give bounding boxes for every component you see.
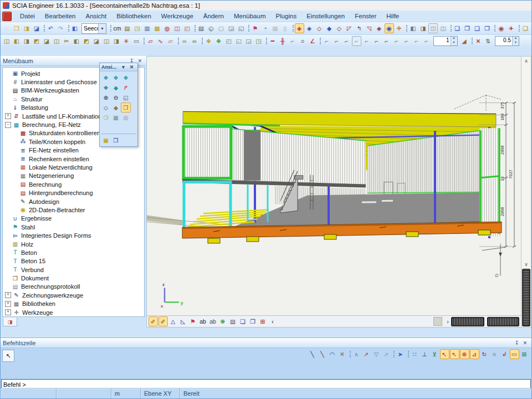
tree-expander-icon[interactable] bbox=[13, 182, 18, 187]
frame-tool-icon[interactable]: ⌐ bbox=[288, 36, 298, 46]
spinner-arrows-icon[interactable]: ▲▼ bbox=[512, 37, 519, 45]
tree-item-netzverdichtung[interactable]: ▦ Lokale Netzverdichtung bbox=[13, 163, 144, 171]
labels-abc-icon[interactable]: ab bbox=[198, 316, 208, 326]
snap-step-spinner[interactable]: 1 ▲▼ bbox=[433, 36, 458, 46]
extend-beam-icon[interactable]: ◪ bbox=[92, 36, 101, 46]
select-add-icon[interactable]: ◈ bbox=[305, 23, 314, 33]
slope-view-icon[interactable]: ◺ bbox=[178, 316, 188, 326]
clipboard-icon[interactable]: ⚑ bbox=[250, 23, 260, 33]
project-combobox[interactable]: Seecontainerhalle2l ▼ bbox=[81, 23, 106, 34]
spinner-arrows-icon[interactable]: ▲▼ bbox=[451, 37, 457, 45]
model-viewport[interactable]: 375 168 2896 7027 10 2896 ∅ bbox=[146, 56, 521, 316]
document-icon[interactable]: ▢ bbox=[217, 23, 226, 33]
menu-plugins[interactable]: Plugins bbox=[270, 13, 301, 19]
ansicht-toolbar-palette[interactable]: Ansi... ▾ ✕ ❖❖❖❖◆↱⊕⊖◱◇◆❒❍▦▦▣❒ bbox=[99, 63, 138, 147]
named-selection-icon[interactable]: ▥ bbox=[142, 23, 152, 33]
move-entity-icon[interactable]: ◰ bbox=[224, 36, 233, 46]
menubaum-tab[interactable]: ◨ bbox=[3, 318, 17, 326]
break-beam-icon[interactable]: ◫ bbox=[102, 36, 111, 46]
menu-menuebaum[interactable]: Menübaum bbox=[229, 13, 271, 19]
mirror-entity-icon[interactable]: ◲ bbox=[244, 36, 253, 46]
menu-aendern[interactable]: Ändern bbox=[198, 13, 229, 19]
hide-entities-icon[interactable]: ◉ bbox=[497, 23, 506, 33]
scale-node-icon[interactable]: ◪ bbox=[42, 36, 52, 46]
tree-item-beton[interactable]: T Beton bbox=[5, 248, 144, 257]
labels-abc-2-icon[interactable]: ab bbox=[208, 316, 218, 326]
units-icon[interactable]: cm bbox=[112, 23, 122, 33]
trim-beams-icon[interactable]: ◩ bbox=[82, 36, 91, 46]
select-minus-icon[interactable]: ◈ bbox=[375, 23, 384, 33]
view-3d-icon[interactable]: ❒ bbox=[111, 135, 121, 145]
copy-entity-icon[interactable]: ❖ bbox=[204, 36, 213, 46]
view-toggle-a-icon[interactable]: ◫ bbox=[428, 23, 438, 33]
flag-icon[interactable]: ⚑ bbox=[188, 316, 198, 326]
clip-box-icon[interactable]: ▣ bbox=[101, 135, 111, 145]
database-icon[interactable]: ▦ bbox=[152, 23, 162, 33]
save-icon[interactable]: ◪ bbox=[32, 23, 42, 33]
beam-prop-8-icon[interactable]: ⌐ bbox=[392, 36, 401, 46]
tree-item-dokument[interactable]: ❐ Dokument bbox=[5, 274, 144, 282]
new-window-icon[interactable]: ❏ bbox=[453, 23, 462, 33]
menu-hilfe[interactable]: Hilfe bbox=[381, 13, 404, 19]
join-beams-icon[interactable]: ◧ bbox=[72, 36, 81, 46]
move-node-icon[interactable]: ◫ bbox=[2, 36, 12, 46]
beam-prop-1-icon[interactable]: ⌐ bbox=[322, 36, 331, 46]
beam-prop-3-icon[interactable]: ⌐ bbox=[342, 36, 351, 46]
close-window-icon[interactable]: ◨ bbox=[418, 23, 428, 33]
activities-icon[interactable]: ◳ bbox=[132, 23, 142, 33]
render-icon[interactable]: ✐ bbox=[158, 316, 168, 326]
menu-bearbeiten[interactable]: Bearbeiten bbox=[40, 13, 81, 19]
close-icon[interactable]: ✕ bbox=[521, 339, 529, 347]
flatten-beam-icon[interactable]: ▭ bbox=[132, 36, 141, 46]
snap-end-icon[interactable]: ↖ bbox=[450, 349, 459, 359]
print-icon[interactable]: ▤ bbox=[197, 23, 206, 33]
tile-horizontal-icon[interactable]: ❑ bbox=[473, 23, 482, 33]
beam-prop-7-icon[interactable]: ⌐ bbox=[382, 36, 391, 46]
tree-expander-icon[interactable] bbox=[5, 242, 10, 247]
perspective-icon[interactable]: ✐ bbox=[149, 316, 158, 326]
fly-through-icon[interactable]: ✈ bbox=[507, 23, 516, 33]
tree-expander-icon[interactable] bbox=[5, 259, 10, 264]
paperspace-icon[interactable]: ◰ bbox=[182, 23, 192, 33]
ruler-icon[interactable]: ▭ bbox=[510, 349, 519, 359]
zoom-out-icon[interactable]: ⊖ bbox=[111, 93, 121, 103]
array-entity-icon[interactable]: ◱ bbox=[234, 36, 243, 46]
delete-tool-icon[interactable]: ✕ bbox=[337, 349, 347, 359]
picture-zoom-icon[interactable]: ◔ bbox=[260, 23, 270, 33]
menu-werkzeuge[interactable]: Werkzeuge bbox=[156, 13, 198, 19]
tree-item-berechnungsprotokoll[interactable]: ▤ Berechnungsprotokoll bbox=[5, 283, 144, 291]
tile-vertical-icon[interactable]: ❒ bbox=[483, 23, 492, 33]
tree-expander-icon[interactable] bbox=[13, 139, 18, 144]
snap-perp-icon[interactable]: ↲ bbox=[500, 349, 509, 359]
menu-fenster[interactable]: Fenster bbox=[350, 13, 381, 19]
tree-expander-icon[interactable]: + bbox=[5, 292, 11, 298]
tree-expander-icon[interactable]: + bbox=[5, 113, 11, 119]
project-manager-icon[interactable]: ◧ bbox=[70, 23, 80, 33]
undo-icon[interactable]: ↶ bbox=[46, 23, 55, 33]
couple-nodes-icon[interactable]: ∞ bbox=[180, 36, 190, 46]
draw-line-icon[interactable]: ╲ bbox=[308, 349, 317, 359]
select-poly-icon[interactable]: ◆ bbox=[325, 23, 334, 33]
beam-prop-6-icon[interactable]: ⌐ bbox=[372, 36, 381, 46]
grid-red-icon[interactable]: ⊞ bbox=[258, 316, 268, 326]
beam-prop-9-icon[interactable]: ⌐ bbox=[402, 36, 411, 46]
cascade-icon[interactable]: ❐ bbox=[463, 23, 472, 33]
view-xz-icon[interactable]: ❖ bbox=[111, 73, 121, 83]
select-cursor-icon[interactable]: ➤ bbox=[396, 349, 405, 359]
export-icon[interactable]: ◲ bbox=[227, 23, 236, 33]
beam-prop-5-icon[interactable]: ⌐ bbox=[362, 36, 371, 46]
snap-circle-icon[interactable]: ○ bbox=[490, 349, 499, 359]
tree-expander-icon[interactable] bbox=[13, 131, 18, 136]
print-preview-icon[interactable]: ◵ bbox=[207, 23, 216, 33]
tree-item-netzgenerierung[interactable]: ▦ Netzgenerierung bbox=[13, 172, 144, 180]
view-toggle-b-icon[interactable]: ◫ bbox=[438, 23, 448, 33]
scale-factor-icon[interactable]: ✕ bbox=[474, 36, 483, 46]
beam-prop-11-icon[interactable]: ⌐ bbox=[422, 36, 431, 46]
tree-item-autodesign[interactable]: ✎ Autodesign bbox=[13, 197, 144, 206]
tree-expander-icon[interactable] bbox=[5, 71, 10, 76]
tool-a-icon[interactable]: ▥ bbox=[270, 23, 280, 33]
tree-expander-icon[interactable] bbox=[5, 276, 10, 281]
align-beams-icon[interactable]: ◨ bbox=[112, 36, 121, 46]
pointer-tool-button[interactable]: ↖ bbox=[2, 350, 14, 362]
offset-entity-icon[interactable]: ◳ bbox=[254, 36, 263, 46]
